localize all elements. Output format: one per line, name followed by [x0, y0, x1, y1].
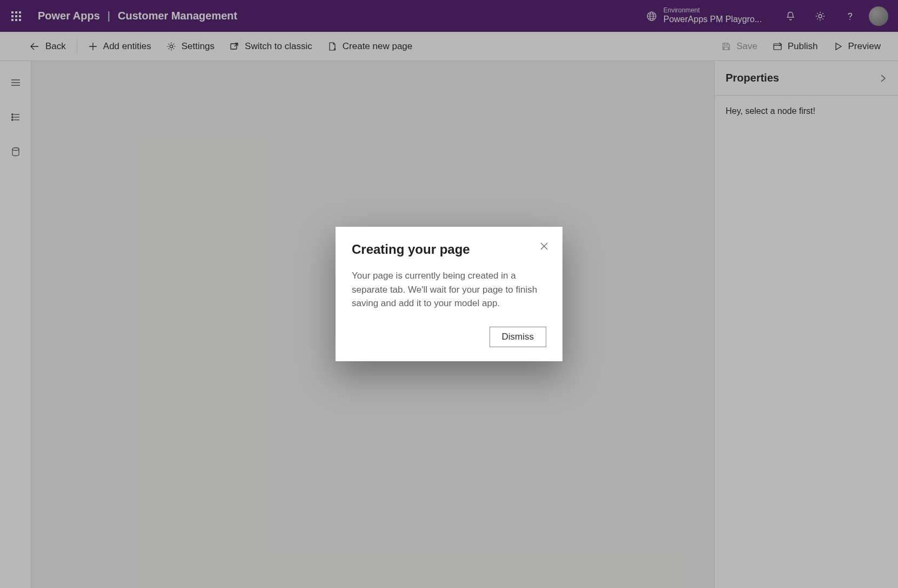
creating-page-dialog: Creating your page Your page is currentl… — [336, 227, 562, 361]
dialog-title: Creating your page — [352, 242, 546, 257]
dialog-close-button[interactable] — [538, 240, 551, 253]
dismiss-button[interactable]: Dismiss — [490, 327, 547, 347]
dialog-body: Your page is currently being created in … — [352, 269, 546, 310]
modal-overlay[interactable]: Creating your page Your page is currentl… — [0, 0, 898, 588]
close-icon — [540, 242, 548, 251]
